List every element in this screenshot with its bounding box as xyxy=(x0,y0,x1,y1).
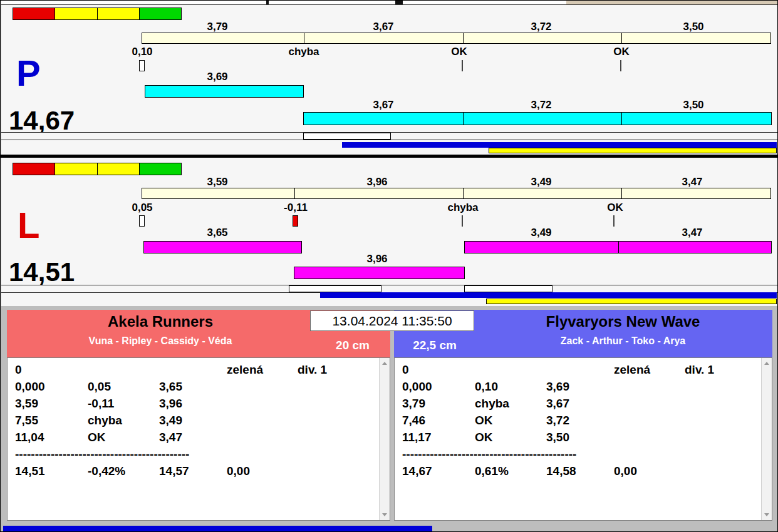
result-cell: 3,72 xyxy=(546,414,569,427)
run-bar-label: 3,50 xyxy=(656,99,731,111)
result-row: 0,0000,053,65 xyxy=(8,380,390,397)
status-label: OK xyxy=(422,46,497,58)
result-cell: 14,51 xyxy=(15,464,45,478)
split-label: 3,47 xyxy=(655,176,730,188)
fault-tick-marker xyxy=(293,215,298,227)
status-label: OK xyxy=(584,46,659,58)
split-label: 3,79 xyxy=(180,21,255,33)
result-cell: 3,65 xyxy=(159,380,182,394)
split-label: 3,50 xyxy=(656,21,731,33)
lane-p-ruler xyxy=(142,33,771,44)
run-bar-label: 3,49 xyxy=(504,227,579,239)
lane-l-panel: 3,59 3,96 3,49 3,47 0,05 -0,11 chyba OK … xyxy=(1,158,778,306)
result-row: 0zelenádiv. 1 xyxy=(8,363,390,380)
result-cell: 0,10 xyxy=(475,380,498,394)
status-light-yellow xyxy=(97,163,140,175)
result-row: 3,59-0,113,96 xyxy=(8,397,390,414)
team-left-name: Akela Runners xyxy=(7,313,314,330)
split-label: 3,59 xyxy=(180,176,255,188)
lane-p-status-lights xyxy=(13,8,182,20)
status-light-yellow xyxy=(54,163,97,175)
result-cell: 14,57 xyxy=(159,464,189,478)
result-row: 7,46OK3,72 xyxy=(395,414,772,431)
status-label: -0,11 xyxy=(258,202,333,214)
ruler-divider xyxy=(621,188,622,198)
tick-marker xyxy=(620,60,621,71)
lane-l-yellow-bar xyxy=(486,299,777,304)
scroll-up-icon[interactable] xyxy=(762,358,772,369)
result-cell: chyba xyxy=(88,414,122,427)
result-cell: zelená xyxy=(614,363,650,377)
split-label: 3,96 xyxy=(340,176,415,188)
team-right-runners: Zack - Arthur - Toko - Arya xyxy=(474,335,772,347)
lane-p-yellow-bar xyxy=(489,148,777,153)
team-left-scrollbar[interactable] xyxy=(379,358,390,520)
result-cell: 11,04 xyxy=(15,431,44,444)
tick-marker xyxy=(462,60,463,71)
result-cell: 3,69 xyxy=(546,380,569,394)
result-cell: 3,47 xyxy=(159,431,182,444)
result-cell: div. 1 xyxy=(685,363,714,377)
result-row: 0,0000,103,69 xyxy=(395,380,772,397)
run-bar-label: 3,72 xyxy=(504,99,579,111)
result-cell: 0,000 xyxy=(15,380,45,394)
result-row: ----------------------------------------… xyxy=(8,448,390,464)
result-row: 11,17OK3,50 xyxy=(395,431,772,448)
result-cell: 0,05 xyxy=(88,380,111,394)
ruler-divider xyxy=(621,33,622,43)
scroll-down-icon[interactable] xyxy=(762,509,772,520)
lane-l-run-bar-1 xyxy=(143,241,302,253)
tick-marker xyxy=(613,215,615,227)
team-right-results[interactable]: 0zelenádiv. 10,0000,103,693,79chyba3,677… xyxy=(394,357,772,521)
status-label: chyba xyxy=(425,202,501,214)
scroll-down-icon[interactable] xyxy=(380,509,390,520)
team-left-results[interactable]: 0zelenádiv. 10,0000,053,653,59-0,113,967… xyxy=(7,357,390,521)
result-row: 7,55chyba3,49 xyxy=(8,414,390,431)
result-cell: 7,46 xyxy=(402,414,425,427)
status-label: 0,10 xyxy=(105,46,180,58)
result-cell: 14,67 xyxy=(402,464,432,478)
result-cell: div. 1 xyxy=(298,363,327,377)
run-bar-label: 3,47 xyxy=(655,227,730,239)
result-row: 14,51-0,42%14,570,00 xyxy=(8,464,390,481)
lane-l-status-lights xyxy=(13,163,182,175)
result-cell: 0,61% xyxy=(475,464,509,478)
ruler-divider xyxy=(304,33,304,43)
result-cell: OK xyxy=(475,414,493,427)
result-row: 11,04OK3,47 xyxy=(8,431,390,448)
result-cell: OK xyxy=(475,431,493,444)
datetime-display: 13.04.2024 11:35:50 xyxy=(310,310,474,331)
scroll-up-icon[interactable] xyxy=(380,358,390,369)
status-label: OK xyxy=(578,202,653,214)
lane-l-run-bar-3 xyxy=(464,241,772,253)
bar-divider xyxy=(618,242,619,253)
lane-l-white-bar xyxy=(464,285,552,292)
result-cell: OK xyxy=(88,431,106,444)
status-light-green xyxy=(139,163,182,175)
lane-l-letter: L xyxy=(18,207,39,243)
team-left-hurdle-height: 20 cm xyxy=(315,339,390,352)
split-label: 3,67 xyxy=(346,21,421,33)
lane-l-blue-bar xyxy=(320,292,777,298)
bar-divider xyxy=(463,113,464,125)
team-left-runners: Vuna - Ripley - Cassidy - Véda xyxy=(7,335,314,347)
status-light-red xyxy=(13,163,55,175)
split-label: 3,49 xyxy=(504,176,579,188)
lane-p-letter: P xyxy=(16,55,41,91)
ruler-divider xyxy=(294,188,295,198)
lane-l-ruler xyxy=(142,188,771,199)
team-right-hurdle-height: 22,5 cm xyxy=(394,339,475,352)
run-bar-label: 3,96 xyxy=(340,253,415,265)
result-cell: 3,96 xyxy=(159,397,182,411)
result-cell: 0 xyxy=(15,363,22,377)
status-light-red xyxy=(13,8,55,20)
lane-p-white-bar xyxy=(303,133,391,140)
team-right-scrollbar[interactable] xyxy=(761,358,772,520)
start-tick-marker xyxy=(139,215,145,227)
result-cell: 0,000 xyxy=(402,380,432,394)
status-label: 0,05 xyxy=(105,202,180,214)
result-row: 3,79chyba3,67 xyxy=(395,397,772,414)
timing-app-window: 3,79 3,67 3,72 3,50 0,10 chyba OK OK P 3… xyxy=(0,0,778,532)
result-cell: 3,50 xyxy=(546,431,569,444)
result-cell: 11,17 xyxy=(402,431,432,444)
